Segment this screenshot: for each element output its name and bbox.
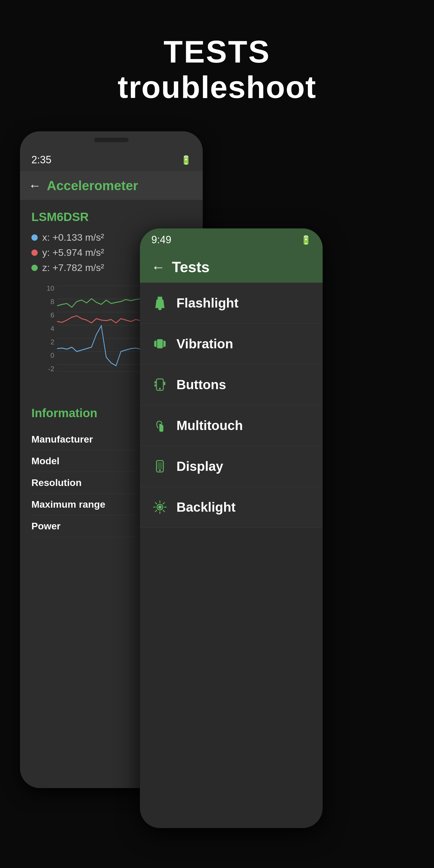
backlight-icon [152, 500, 167, 515]
display-label: Display [177, 459, 223, 474]
info-label-power: Power [31, 521, 61, 532]
phone-2-battery-icon: 🔋 [301, 235, 311, 245]
svg-line-30 [155, 502, 157, 504]
chart-y-labels: 10 8 6 4 2 0 -2 [43, 283, 54, 374]
svg-rect-15 [164, 341, 165, 347]
test-item-buttons[interactable]: Buttons [140, 364, 323, 405]
phone-1-notch [20, 131, 203, 149]
phone-1-app-bar: ← Accelerometer [20, 171, 203, 200]
y-axis-dot [31, 250, 38, 256]
vibration-icon [152, 336, 167, 351]
test-item-flashlight[interactable]: Flashlight [140, 283, 323, 323]
svg-point-21 [159, 388, 161, 390]
y-label-8: 8 [43, 298, 54, 306]
test-item-vibration[interactable]: Vibration [140, 323, 323, 364]
flashlight-icon [152, 296, 167, 310]
y-label-2: 2 [43, 338, 54, 346]
z-reading: z: +7.782 m/s² [42, 262, 104, 273]
svg-marker-9 [155, 300, 164, 308]
phone-2-status-bar: 9:49 🔋 [140, 228, 323, 251]
flashlight-label: Flashlight [177, 295, 239, 311]
x-reading: x: +0.133 m/s² [42, 232, 104, 243]
page-title: TESTS [0, 34, 434, 69]
phone-2-tests: 9:49 🔋 ← Tests Flashlight [140, 228, 323, 828]
x-axis-dot [31, 235, 38, 241]
sensor-name: LSM6DSR [31, 210, 191, 224]
multitouch-icon [152, 418, 167, 433]
phone-2-app-bar: ← Tests [140, 251, 323, 283]
z-axis-dot [31, 265, 38, 271]
svg-rect-18 [164, 382, 165, 385]
y-label-neg2: -2 [43, 365, 54, 373]
y-label-4: 4 [43, 324, 54, 333]
app-bar-title: Accelerometer [47, 178, 138, 193]
display-icon [152, 459, 167, 474]
svg-rect-13 [154, 341, 155, 347]
buttons-icon [152, 377, 167, 392]
y-label-0: 0 [43, 351, 54, 360]
svg-rect-19 [154, 381, 156, 383]
status-icons: 🔋 [181, 155, 191, 165]
svg-rect-10 [158, 308, 162, 310]
test-item-multitouch[interactable]: Multitouch [140, 405, 323, 446]
svg-rect-8 [158, 297, 162, 300]
back-arrow-icon[interactable]: ← [29, 179, 41, 193]
y-label-10: 10 [43, 284, 54, 292]
info-label-maxrange: Maximum range [31, 499, 105, 510]
svg-rect-12 [157, 339, 163, 348]
y-label-6: 6 [43, 311, 54, 319]
svg-line-33 [155, 510, 157, 512]
svg-rect-14 [155, 340, 156, 347]
info-label-model: Model [31, 456, 59, 467]
buttons-label: Buttons [177, 377, 226, 392]
header-section: TESTS troubleshoot [0, 34, 434, 105]
y-reading: y: +5.974 m/s² [42, 247, 104, 258]
svg-line-32 [163, 502, 164, 504]
svg-line-31 [163, 510, 164, 512]
test-item-backlight[interactable]: Backlight [140, 487, 323, 528]
battery-icon: 🔋 [181, 155, 191, 165]
multitouch-label: Multitouch [177, 418, 243, 433]
status-time: 2:35 [31, 154, 52, 166]
svg-rect-20 [154, 384, 156, 386]
info-label-resolution: Resolution [31, 477, 82, 488]
svg-point-34 [158, 505, 162, 509]
phone-2-back-arrow[interactable]: ← [151, 259, 165, 275]
svg-rect-16 [163, 340, 164, 347]
tests-list: Flashlight Vibration [140, 283, 323, 528]
svg-point-23 [159, 469, 161, 471]
phone-2-time: 9:49 [151, 234, 171, 246]
phone-2-status-icons: 🔋 [301, 235, 311, 245]
backlight-label: Backlight [177, 499, 236, 515]
test-item-display[interactable]: Display [140, 446, 323, 487]
notch-bar [94, 137, 128, 142]
page-subtitle: troubleshoot [0, 69, 434, 105]
info-label-manufacturer: Manufacturer [31, 434, 93, 445]
phone-2-title: Tests [172, 258, 210, 276]
svg-rect-24 [158, 462, 162, 469]
phone-1-status-bar: 2:35 🔋 [20, 149, 203, 171]
vibration-label: Vibration [177, 336, 233, 351]
